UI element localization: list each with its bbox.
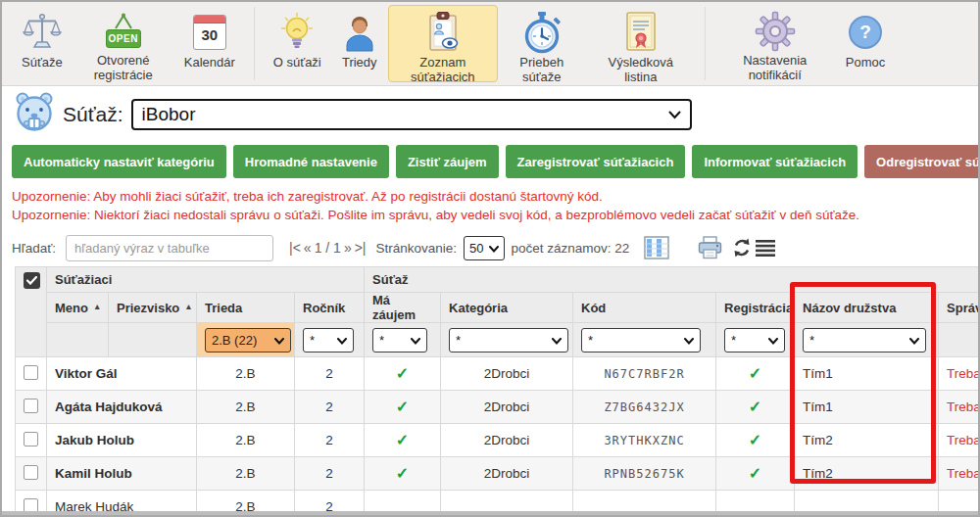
toolbar-item-triedy[interactable]: Triedy — [331, 5, 388, 82]
cell-trieda: 2.B — [197, 391, 295, 424]
toolbar-item-sutaze[interactable]: Súťaže — [12, 5, 73, 82]
toolbar-divider — [254, 7, 255, 80]
open-sign-text: OPEN — [106, 29, 141, 48]
search-input[interactable] — [66, 235, 273, 261]
cell-rocnik: 2 — [295, 457, 365, 491]
rocnik-filter-select[interactable]: * — [303, 328, 354, 352]
ma-zaujem-filter-select[interactable]: * — [372, 328, 427, 352]
register-button[interactable]: Zaregistrovať súťažiacich — [506, 145, 686, 178]
print-icon[interactable] — [698, 236, 722, 259]
chevron-down-icon — [668, 106, 681, 123]
column-label: Trieda — [205, 301, 242, 315]
calendar-icon: 30 — [193, 11, 226, 54]
list-view-icon[interactable] — [756, 239, 775, 257]
cell-nazov-druzstva: Tím1 — [795, 391, 939, 424]
cell-rocnik: 2 — [295, 424, 365, 457]
cell-ma-zaujem: ✓ — [365, 357, 441, 391]
toolbar-item-otvorene-registracie[interactable]: OPEN Otvorené registrácie — [73, 5, 174, 82]
trieda-filter-select[interactable]: 2.B (22) — [205, 328, 291, 352]
column-label: Ročník — [303, 301, 345, 315]
cell-ma-zaujem: ✓ — [365, 424, 441, 457]
column-header-trieda[interactable]: Trieda — [197, 293, 295, 323]
lightbulb-icon — [277, 11, 317, 54]
pager-next-button[interactable]: » — [344, 240, 352, 256]
toolbar-item-nastavenia-notifikacii[interactable]: Nastavenia notifikácií — [714, 5, 836, 82]
cell-kod: 3RYTHKXZNC — [573, 424, 716, 457]
toolbar-item-o-sutazi[interactable]: O súťaži — [264, 5, 331, 82]
unregister-button[interactable]: Odregistrovať súťažiacich — [864, 145, 980, 178]
row-checkbox-cell — [16, 457, 47, 491]
druzstvo-filter-select[interactable]: * — [803, 328, 926, 352]
filter-cell-ma-zaujem: * — [365, 323, 441, 357]
kategoria-filter-select[interactable]: * — [449, 328, 568, 352]
cell-kategoria: 2Drobci — [441, 357, 573, 391]
toolbar-item-kalendar[interactable]: 30 Kalendár — [174, 5, 245, 82]
chevron-down-icon — [489, 241, 499, 256]
inform-button[interactable]: Informovať súťažiacich — [692, 145, 858, 178]
cell-kod: N67C7RBF2R — [573, 357, 716, 391]
toolbar-item-label: Pomoc — [846, 55, 885, 70]
pager-first-button[interactable]: |< — [289, 240, 301, 256]
column-header-ma-zaujem[interactable]: Má záujem — [365, 293, 441, 323]
row-checkbox[interactable] — [24, 432, 38, 446]
filter-cell-trieda: 2.B (22) — [197, 323, 295, 357]
page-size-select[interactable]: 50 — [464, 236, 504, 260]
row-checkbox[interactable] — [24, 399, 38, 413]
filter-value: * — [731, 333, 736, 348]
refresh-icon[interactable] — [732, 238, 752, 258]
kod-filter-select[interactable]: * — [581, 328, 701, 352]
cell-sprava: Treba i — [939, 357, 980, 391]
pager-prev-button[interactable]: « — [304, 240, 312, 256]
select-all-checkbox[interactable] — [24, 272, 40, 289]
help-glyph: ? — [849, 16, 882, 49]
column-header-sprava[interactable]: Správa — [939, 293, 980, 323]
toolbar-item-label: O súťaži — [273, 55, 321, 70]
toolbar-item-zoznam-sutaziacich[interactable]: Zoznam súťažiacich — [388, 5, 498, 82]
records-count: počet záznamov: 22 — [512, 241, 630, 256]
pager-page-indicator: 1 / 1 — [315, 240, 341, 256]
help-icon: ? — [849, 11, 882, 54]
gear-icon — [755, 11, 796, 52]
pager-last-button[interactable]: >| — [355, 240, 367, 256]
row-checkbox[interactable] — [24, 465, 38, 480]
check-interest-button[interactable]: Zistiť záujem — [396, 145, 499, 178]
columns-icon[interactable] — [644, 236, 669, 259]
filter-value: * — [310, 333, 315, 348]
select-all-cell — [16, 267, 47, 357]
table-row: Agáta Hajduková 2.B 2 ✓ 2Drobci Z7BG6432… — [16, 391, 980, 424]
cell-registracia: ✓ — [716, 424, 795, 457]
toolbar-item-pomoc[interactable]: ? Pomoc — [836, 5, 895, 82]
column-header-kategoria[interactable]: Kategória — [441, 293, 573, 323]
registracia-filter-select[interactable]: * — [724, 328, 785, 352]
bulk-set-button[interactable]: Hromadné nastavenie — [233, 145, 389, 178]
column-header-meno[interactable]: Meno▲ — [47, 293, 109, 323]
filter-value: * — [588, 333, 593, 348]
chevron-down-icon — [274, 333, 284, 348]
filter-cell-meno — [47, 323, 109, 357]
toolbar-item-priebeh-sutaze[interactable]: Priebeh súťaže — [498, 5, 586, 82]
clipboard-eye-icon — [423, 11, 463, 54]
column-header-rocnik[interactable]: Ročník — [295, 293, 365, 323]
toolbar-item-vysledkova-listina[interactable]: Výsledková listina — [586, 5, 696, 82]
column-label: Kategória — [449, 301, 508, 315]
toolbar-item-label: Nastavenia notifikácií — [724, 53, 826, 83]
cell-nazov-druzstva: Tím2 — [795, 457, 939, 491]
auto-category-button[interactable]: Automaticky nastaviť kategóriu — [12, 145, 226, 178]
table-row: Jakub Holub 2.B 2 ✓ 2Drobci 3RYTHKXZNC ✓… — [16, 424, 980, 457]
contest-select[interactable]: iBobor — [131, 99, 692, 130]
column-header-registracia[interactable]: Registrácia — [716, 293, 795, 323]
cell-name: Viktor Gál — [47, 357, 197, 391]
cell-name: Kamil Holub — [47, 457, 197, 491]
column-header-nazov-druzstva[interactable]: Názov družstva — [795, 293, 939, 323]
cell-rocnik: 2 — [295, 391, 365, 424]
contest-row: Súťaž: iBobor — [14, 92, 692, 137]
column-label: Priezvisko — [117, 301, 179, 315]
chevron-down-icon — [552, 333, 562, 348]
row-checkbox[interactable] — [24, 365, 38, 380]
column-label: Správa — [947, 301, 980, 315]
cell-nazov-druzstva: Tím1 — [795, 357, 939, 391]
column-header-priezvisko[interactable]: Priezvisko▲ — [109, 293, 197, 323]
column-header-kod[interactable]: Kód — [573, 293, 716, 323]
warning-line-1: Upozornenie: Aby mohli žiaci súťažiť, tr… — [12, 187, 974, 206]
calendar-day: 30 — [194, 24, 225, 47]
